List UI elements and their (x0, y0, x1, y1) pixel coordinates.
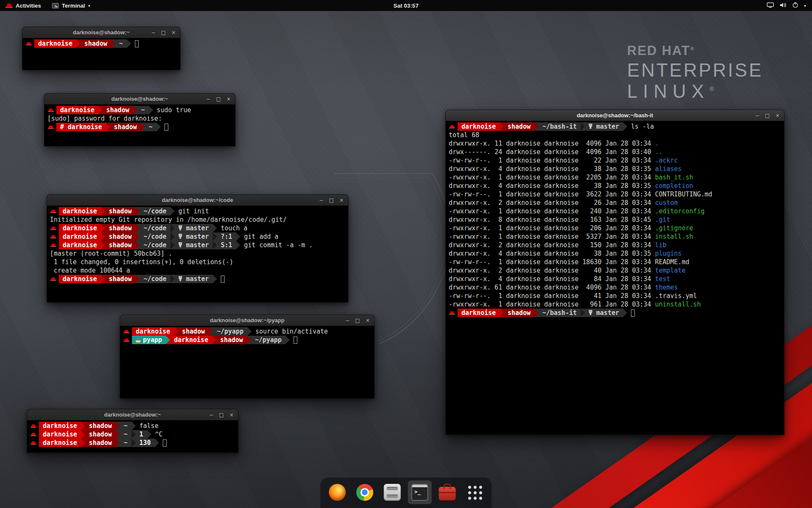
maximize-button[interactable]: □ (763, 111, 771, 119)
minimize-button[interactable]: − (753, 111, 761, 119)
command-text: sudo true (153, 106, 191, 114)
software-dock-item[interactable] (436, 480, 459, 504)
close-button[interactable]: × (774, 111, 782, 119)
output-text: drwxrwxr-x. 4 darknoise darknoise 38 Jan… (449, 249, 682, 258)
output-line: -rw-rw-r--. 1 darknoise darknoise 41 Jan… (449, 292, 781, 300)
files-dock-item[interactable] (381, 480, 404, 504)
powerline-arrow-icon (623, 309, 627, 317)
window-controls: −□× (753, 110, 782, 121)
redhat-prompt-icon (30, 431, 37, 438)
chrome-dock-item[interactable] (353, 480, 377, 504)
close-button[interactable]: × (228, 411, 236, 419)
prompt-segment: darknoise (59, 232, 101, 241)
terminal-content[interactable]: darknoiseshadow~ (22, 38, 180, 70)
prompt-segment: darknoise (59, 275, 101, 283)
minimize-button[interactable]: − (207, 411, 215, 419)
maximize-button[interactable]: □ (327, 196, 335, 204)
close-button[interactable]: × (170, 28, 178, 36)
powerline-arrow-icon (81, 430, 85, 439)
output-line: drwxrwxr-x. 4 darknoise darknoise 38 Jan… (449, 249, 781, 258)
appgrid-dock-item[interactable] (463, 480, 487, 504)
output-line: -rw-rw-r--. 1 darknoise darknoise 22 Jan… (449, 156, 781, 165)
window-titlebar[interactable]: darknoise@shadow:~−□× (22, 27, 180, 38)
powerline-arrow-icon (101, 275, 105, 283)
terminal-dock-item[interactable]: >_ (408, 480, 432, 504)
terminal-content[interactable]: darknoiseshadow~ falsedarknoiseshadow~1 … (27, 420, 238, 453)
powerline-arrow-icon (132, 422, 136, 430)
system-status-area[interactable]: ▾ (761, 0, 812, 11)
prompt-line: pyappdarknoiseshadow~/pyapp (123, 336, 371, 344)
clock[interactable]: Sat 03:57 (393, 3, 418, 9)
powerline-arrow-icon (170, 232, 175, 241)
close-button[interactable]: × (225, 95, 233, 103)
window-controls: −□× (317, 195, 346, 205)
maximize-button[interactable]: □ (354, 316, 362, 324)
powerline-arrow-icon (213, 232, 217, 241)
output-line: -rwxrwxr-x. 1 darknoise darknoise 961 Ja… (449, 300, 781, 309)
output-line: drwxrwxr-x. 2 darknoise darknoise 26 Jan… (449, 199, 781, 207)
output-text: drwxrwxr-x. 4 darknoise darknoise 38 Jan… (449, 165, 682, 173)
prompt-line: darknoiseshadow~ false (30, 422, 235, 430)
dock: >_ (321, 478, 492, 508)
redhat-prompt-icon (50, 276, 57, 282)
prompt-segment: darknoise (39, 430, 81, 439)
powerline-arrow-icon (149, 106, 153, 114)
powerline-arrow-icon (133, 106, 137, 114)
prompt-segment: ~ (137, 106, 148, 114)
output-text: drwxrwxr-x. 2 darknoise darknoise 26 Jan… (449, 199, 678, 207)
powerline-arrow-icon (247, 336, 251, 344)
maximize-button[interactable]: □ (214, 95, 222, 103)
maximize-button[interactable]: □ (217, 411, 225, 419)
terminal-cursor (135, 40, 139, 47)
prompt-line: darknoiseshadow~/codeΨ masterS:1 git com… (50, 241, 345, 249)
command-text: git commit -a -m . (240, 241, 313, 249)
prompt-segment: ~/code (140, 275, 170, 283)
redhat-prompt-icon (123, 329, 130, 335)
minimize-button[interactable]: − (317, 196, 325, 204)
minimize-button[interactable]: − (149, 28, 157, 36)
powerline-arrow-icon (115, 430, 120, 439)
window-titlebar[interactable]: darknoise@shadow:~/bash-it−□× (446, 110, 784, 121)
terminal-content[interactable]: darknoiseshadow~/pyapp source bin/activa… (120, 326, 374, 398)
terminal-content[interactable]: darknoiseshadow~/code git initInitialize… (47, 206, 348, 302)
close-button[interactable]: × (337, 196, 346, 204)
powerline-arrow-icon (534, 309, 538, 317)
prompt-segment: 130 (136, 439, 155, 447)
prompt-line: darknoiseshadow~/codeΨ master (50, 275, 345, 283)
output-text: -rw-rw-r--. 1 darknoise darknoise 3622 J… (449, 190, 712, 199)
prompt-segment: ~/pyapp (213, 327, 247, 336)
firefox-dock-item[interactable] (326, 480, 349, 504)
maximize-button[interactable]: □ (159, 28, 167, 36)
prompt-line: darknoiseshadow~/code git init (50, 207, 345, 215)
window-titlebar[interactable]: darknoise@shadow:~/pyapp−□× (120, 315, 374, 326)
output-text: -rwxrwxr-x. 1 darknoise darknoise 2205 J… (449, 173, 693, 182)
terminal-content[interactable]: darknoiseshadow~ sudo true[sudo] passwor… (44, 105, 235, 146)
output-text: drwxrwxr-x. 8 darknoise darknoise 163 Ja… (449, 215, 670, 224)
redhat-prompt-icon (30, 440, 37, 446)
powerline-arrow-icon (132, 439, 136, 447)
powerline-arrow-icon (115, 439, 120, 447)
minimize-button[interactable]: − (204, 95, 212, 103)
powerline-arrow-icon (101, 207, 105, 215)
command-text: touch a (217, 224, 247, 232)
activities-button[interactable]: Activities (0, 0, 47, 11)
terminal-cursor (631, 309, 635, 317)
powerline-arrow-icon (213, 275, 217, 283)
windows-layer: darknoise@shadow:~−□×darknoiseshadow~dar… (0, 0, 812, 508)
minimize-button[interactable]: − (343, 316, 351, 324)
window-titlebar[interactable]: darknoise@shadow:~/code−□× (47, 195, 348, 206)
window-titlebar[interactable]: darknoise@shadow:~−□× (27, 409, 238, 420)
powerline-arrow-icon (212, 336, 216, 344)
terminal-cursor (165, 124, 168, 131)
terminal-window: darknoise@shadow:~/code−□×darknoiseshado… (47, 194, 348, 303)
terminal-cursor (221, 276, 225, 283)
terminal-content[interactable]: darknoiseshadow~/bash-itΨ master ls -lat… (446, 121, 784, 435)
app-menu[interactable]: Terminal ▾ (47, 0, 96, 11)
dock-items: >_ (326, 480, 487, 504)
output-text: drwxrwxr-x. 4 darknoise darknoise 38 Jan… (449, 182, 693, 190)
window-titlebar[interactable]: darknoise@shadow:~−□× (44, 94, 235, 105)
output-line: drwxrwxr-x. 2 darknoise darknoise 150 Ja… (449, 241, 781, 249)
output-line: 1 file changed, 0 insertions(+), 0 delet… (50, 258, 345, 266)
output-text: [sudo] password for darknoise: (47, 114, 162, 123)
close-button[interactable]: × (364, 316, 372, 324)
